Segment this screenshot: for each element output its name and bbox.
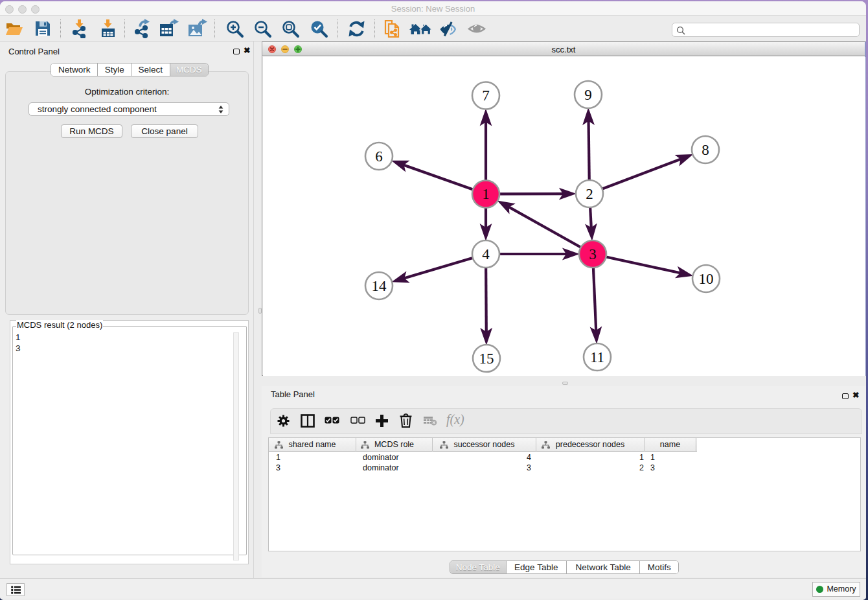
- svg-text:1: 1: [482, 186, 490, 202]
- svg-text:4: 4: [482, 246, 490, 262]
- svg-text:6: 6: [375, 148, 383, 165]
- svg-text:9: 9: [584, 87, 592, 103]
- svg-text:8: 8: [702, 142, 709, 158]
- svg-text:11: 11: [590, 349, 604, 365]
- svg-text:2: 2: [586, 186, 593, 202]
- svg-text:14: 14: [372, 278, 387, 294]
- svg-text:15: 15: [479, 351, 494, 367]
- svg-text:3: 3: [589, 246, 597, 262]
- svg-text:10: 10: [699, 271, 714, 287]
- svg-text:7: 7: [482, 87, 490, 104]
